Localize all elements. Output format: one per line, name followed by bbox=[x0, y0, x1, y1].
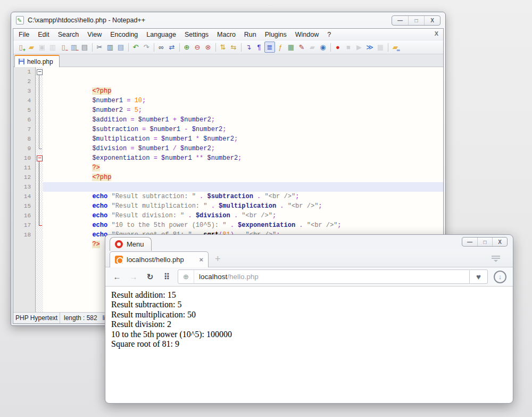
menu-item-search[interactable]: Search bbox=[54, 29, 84, 40]
new-tab-button[interactable]: + bbox=[215, 254, 221, 265]
zoom-out-button[interactable]: ⊖ bbox=[192, 42, 203, 53]
undo-button[interactable]: ↶ bbox=[130, 42, 141, 53]
tab-close-icon[interactable]: × bbox=[199, 256, 203, 264]
menu-item-window[interactable]: Window bbox=[291, 29, 323, 40]
code-line[interactable]: 16 echo "Square root of 81: " . sqrt(81)… bbox=[13, 211, 443, 220]
menu-item-file[interactable]: File bbox=[14, 29, 34, 40]
fold-marker[interactable] bbox=[36, 96, 43, 105]
code-line[interactable]: 13 echo "Result multiplication: " . $mul… bbox=[13, 182, 443, 192]
document-switcher-button[interactable]: ✎ bbox=[296, 42, 307, 53]
function-completion-button[interactable]: ƒ bbox=[275, 42, 286, 53]
sync-horizontal-button[interactable]: ⇆ bbox=[228, 42, 239, 53]
download-button[interactable]: ↓ bbox=[494, 271, 506, 283]
fold-marker[interactable] bbox=[36, 125, 43, 134]
fold-marker[interactable] bbox=[36, 67, 43, 77]
replace-button[interactable]: ⇄ bbox=[167, 42, 177, 53]
save-all-button[interactable]: ▥ bbox=[47, 42, 58, 53]
close-button[interactable]: X bbox=[492, 238, 507, 246]
document-map-button[interactable]: ▦ bbox=[286, 42, 296, 53]
code-line[interactable]: 9 ?> bbox=[13, 144, 443, 153]
restore-zoom-button[interactable]: ⊗ bbox=[203, 42, 213, 53]
indent-guide-button[interactable]: ≣ bbox=[264, 42, 275, 53]
maximize-button[interactable]: □ bbox=[408, 16, 424, 25]
fold-marker[interactable] bbox=[36, 144, 43, 153]
tab-localhost-hello-php[interactable]: localhost/hello.php × bbox=[110, 251, 209, 267]
menu-item-help[interactable]: ? bbox=[323, 29, 335, 40]
fold-marker[interactable] bbox=[36, 134, 43, 144]
menu-item-language[interactable]: Language bbox=[142, 29, 180, 40]
fold-marker[interactable] bbox=[36, 86, 43, 96]
find-button[interactable]: ∞ bbox=[156, 42, 167, 53]
fold-marker[interactable] bbox=[36, 220, 43, 230]
close-all-button[interactable]: ▥ − bbox=[69, 42, 79, 53]
code-line[interactable]: 5 $subtraction = $number1 - $number2; bbox=[13, 105, 443, 115]
separator[interactable] bbox=[177, 42, 181, 53]
menu-item-plugins[interactable]: Plugins bbox=[261, 29, 291, 40]
macro-play-button[interactable]: ▶ bbox=[354, 42, 364, 53]
close-file-button[interactable]: ▯ − bbox=[58, 42, 69, 53]
print-button[interactable]: ▤ bbox=[79, 42, 90, 53]
sync-vertical-button[interactable]: ⇅ bbox=[218, 42, 228, 53]
word-wrap-button[interactable]: ↴ bbox=[243, 42, 254, 53]
fold-marker[interactable] bbox=[36, 201, 43, 211]
back-button[interactable]: ← bbox=[112, 272, 122, 281]
code-line[interactable]: 17 ?> bbox=[13, 220, 443, 230]
code-line[interactable]: 15 echo "10 to the 5th power (10^5): " .… bbox=[13, 201, 443, 211]
fold-marker[interactable] bbox=[36, 230, 43, 240]
code-line[interactable]: 7 $division = $number1 / $number2; bbox=[13, 125, 443, 134]
new-file-button[interactable]: ▯ + bbox=[15, 42, 26, 53]
opera-title-bar[interactable]: Menu — □ X bbox=[105, 235, 513, 251]
close-document-icon[interactable]: X bbox=[435, 30, 438, 37]
forward-button[interactable]: → bbox=[128, 272, 139, 281]
menu-item-view[interactable]: View bbox=[83, 29, 106, 40]
show-all-characters-button[interactable]: ¶ bbox=[254, 42, 264, 53]
macro-record-button[interactable]: ● bbox=[332, 42, 343, 53]
fold-marker[interactable] bbox=[36, 211, 43, 220]
code-line[interactable]: 1 <?php bbox=[13, 67, 443, 77]
folder-as-workspace-button[interactable]: ▰ bbox=[307, 42, 318, 53]
fold-marker[interactable] bbox=[36, 153, 43, 163]
minimize-button[interactable]: — bbox=[462, 238, 477, 246]
fold-marker[interactable] bbox=[36, 192, 43, 201]
open-containing-folder-button[interactable]: ▰ ∞ bbox=[390, 42, 401, 53]
separator[interactable] bbox=[152, 42, 156, 53]
separator[interactable] bbox=[386, 42, 390, 53]
separator[interactable] bbox=[328, 42, 332, 53]
cut-button[interactable]: ✂ bbox=[94, 42, 105, 53]
macro-save-button[interactable]: ▦ bbox=[375, 42, 386, 53]
fold-marker[interactable] bbox=[36, 173, 43, 182]
menu-item-encoding[interactable]: Encoding bbox=[106, 29, 142, 40]
fold-marker[interactable] bbox=[36, 115, 43, 125]
macro-run-multiple-button[interactable]: ≫ bbox=[364, 42, 375, 53]
code-line[interactable]: 11 echo "Result addition: " . $addition … bbox=[13, 163, 443, 173]
tab-hello-php[interactable]: hello.php bbox=[14, 55, 60, 67]
maximize-button[interactable]: □ bbox=[477, 238, 492, 246]
code-line[interactable]: 8 $exponentiation = $number1 ** $number2… bbox=[13, 134, 443, 144]
fold-marker[interactable] bbox=[36, 77, 43, 86]
code-line[interactable]: 12 echo "Result subtraction: " . $subtra… bbox=[13, 173, 443, 182]
fold-marker[interactable] bbox=[36, 163, 43, 173]
zoom-in-button[interactable]: ⊕ bbox=[181, 42, 192, 53]
separator[interactable] bbox=[126, 42, 130, 53]
separator[interactable] bbox=[213, 42, 218, 53]
paste-button[interactable]: ▤ bbox=[115, 42, 126, 53]
menu-item-edit[interactable]: Edit bbox=[34, 29, 54, 40]
url-input[interactable]: ⊕ localhost/hello.php bbox=[178, 269, 470, 284]
separator[interactable] bbox=[90, 42, 94, 53]
code-line[interactable]: 2 $number1 = 10; bbox=[13, 77, 443, 86]
code-line[interactable]: 4 $addition = $number1 + $number2; bbox=[13, 96, 443, 105]
menu-item-settings[interactable]: Settings bbox=[180, 29, 213, 40]
close-button[interactable]: X bbox=[424, 16, 440, 25]
macro-stop-button[interactable]: ■ bbox=[343, 42, 354, 53]
code-line[interactable]: 10 <?php bbox=[13, 153, 443, 163]
opera-menu-button[interactable]: Menu bbox=[110, 237, 152, 251]
minimize-button[interactable]: — bbox=[392, 16, 408, 25]
fold-marker[interactable] bbox=[36, 105, 43, 115]
notepad-title-bar[interactable]: C:\xampp\htdocs\hello.php - Notepad++ bbox=[11, 12, 445, 28]
redo-button[interactable]: ↷ bbox=[141, 42, 152, 53]
bookmark-heart-button[interactable]: ♥ bbox=[470, 269, 488, 284]
menu-item-macro[interactable]: Macro bbox=[213, 29, 240, 40]
open-file-button[interactable]: ▰ bbox=[26, 42, 37, 53]
menu-item-run[interactable]: Run bbox=[240, 29, 261, 40]
reload-button[interactable]: ↻ bbox=[145, 272, 155, 282]
